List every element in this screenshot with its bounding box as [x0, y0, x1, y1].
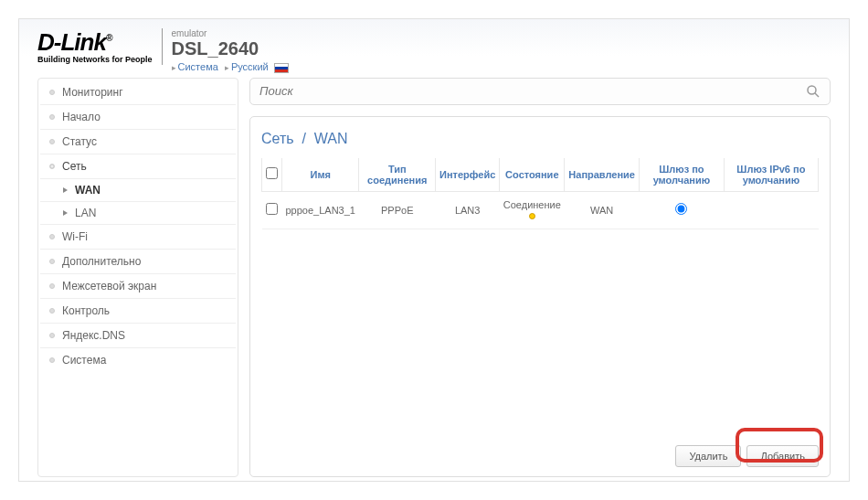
select-all-checkbox[interactable] [266, 167, 278, 179]
breadcrumb: ▸Система ▸Русский [172, 61, 289, 73]
cell-direction: WAN [565, 191, 640, 229]
col-iface[interactable]: Интерфейс [436, 158, 500, 192]
brand-logo: D-Link® [37, 28, 153, 57]
delete-button[interactable]: Удалить [675, 445, 741, 467]
col-state[interactable]: Состояние [500, 158, 565, 192]
col-type[interactable]: Тип соединения [359, 158, 436, 192]
flag-icon [274, 63, 289, 73]
cell-gw [639, 191, 724, 229]
sidebar: Мониторинг Начало Статус Сеть WAN LAN Wi… [37, 78, 238, 477]
svg-line-1 [815, 93, 819, 97]
col-direction[interactable]: Направление [565, 158, 640, 192]
header: D-Link® Building Networks for People emu… [19, 19, 849, 78]
row-checkbox[interactable] [266, 203, 278, 215]
cell-name: pppoe_LAN3_1 [282, 191, 359, 229]
col-gw[interactable]: Шлюз по умолчанию [639, 158, 724, 192]
sidebar-item-network[interactable]: Сеть [40, 154, 236, 179]
sidebar-item-start[interactable]: Начало [40, 105, 236, 130]
status-dot-icon [529, 213, 535, 219]
panel-title: Сеть / WAN [261, 131, 819, 147]
breadcrumb-language[interactable]: Русский [231, 61, 269, 72]
col-name[interactable]: Имя [282, 158, 359, 192]
cell-gw6 [724, 191, 818, 229]
search-input[interactable] [259, 84, 806, 98]
search-box [249, 78, 831, 105]
default-gw-radio[interactable] [675, 203, 687, 215]
sidebar-item-firewall[interactable]: Межсетевой экран [40, 274, 236, 299]
wan-table: Имя Тип соединения Интерфейс Состояние Н… [261, 158, 819, 229]
table-row[interactable]: pppoe_LAN3_1 PPPoE LAN3 Соединение WAN [262, 191, 819, 229]
model-name: DSL_2640 [172, 38, 289, 59]
add-button[interactable]: Добавить [746, 445, 819, 467]
sidebar-item-system[interactable]: Система [40, 348, 236, 372]
sidebar-item-wifi[interactable]: Wi-Fi [40, 225, 236, 250]
brand-tagline: Building Networks for People [37, 55, 153, 64]
sidebar-subitem-lan[interactable]: LAN [40, 202, 236, 225]
sidebar-item-yandex-dns[interactable]: Яндекс.DNS [40, 324, 236, 348]
cell-state: Соединение [500, 191, 565, 229]
sidebar-subitem-wan[interactable]: WAN [40, 179, 236, 202]
sidebar-item-control[interactable]: Контроль [40, 299, 236, 324]
wan-panel: Сеть / WAN Имя Тип соединения Интерфейс … [249, 116, 831, 477]
cell-iface: LAN3 [436, 191, 500, 229]
sidebar-item-monitoring[interactable]: Мониторинг [40, 80, 236, 105]
svg-point-0 [808, 86, 816, 94]
divider [162, 28, 163, 65]
breadcrumb-system[interactable]: Система [178, 61, 218, 72]
col-gw6[interactable]: Шлюз IPv6 по умолчанию [724, 158, 818, 192]
sidebar-item-status[interactable]: Статус [40, 130, 236, 154]
sidebar-item-advanced[interactable]: Дополнительно [40, 250, 236, 274]
emulator-label: emulator [172, 28, 289, 38]
search-icon[interactable] [806, 84, 820, 99]
cell-type: PPPoE [359, 191, 436, 229]
